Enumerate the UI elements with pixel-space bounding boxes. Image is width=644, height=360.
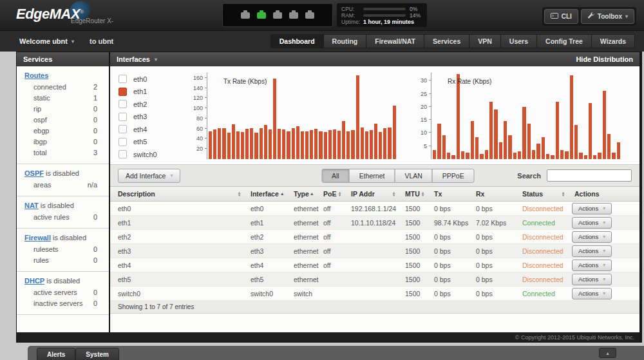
sort-icon: ▴▾ <box>393 191 395 197</box>
sidebar-stat-value: 0 <box>93 213 97 221</box>
search-input[interactable] <box>547 169 632 182</box>
cell-interface: eth1 <box>251 219 294 227</box>
legend-item-switch0: switch0 <box>118 150 186 158</box>
cpu-progress-bar <box>363 8 406 10</box>
chart-bar <box>556 102 559 159</box>
column-header-interface[interactable]: Interface▴ <box>251 190 294 198</box>
toolbox-button[interactable]: Toolbox ▾ <box>581 9 634 24</box>
sidebar-link-nat[interactable]: NAT <box>24 202 39 209</box>
chart-bar <box>480 154 483 159</box>
sidebar-stat-label: total <box>33 149 47 156</box>
sidebar-section-status: is disabled <box>44 277 80 285</box>
cell-actions: Actions▾ <box>574 260 639 271</box>
tab-services[interactable]: Services <box>424 34 469 48</box>
actions-button-eth3[interactable]: Actions▾ <box>572 245 612 257</box>
cell-ip-addr: 10.1.10.118/24 <box>351 219 405 227</box>
filter-vlan[interactable]: VLAN <box>394 169 432 183</box>
chart-title: Tx Rate (Kbps) <box>223 78 267 85</box>
tab-dashboard[interactable]: Dashboard <box>270 34 324 48</box>
status-badge: Disconnected <box>522 233 574 241</box>
interfaces-dropdown[interactable]: Interfaces ▾ <box>117 55 157 63</box>
column-header-status[interactable]: Status▴▾ <box>522 190 574 198</box>
column-header-description[interactable]: Description▴▾ <box>118 190 251 198</box>
status-badge: Connected <box>522 290 574 298</box>
cli-button[interactable]: CLI <box>544 9 578 24</box>
actions-button-eth0[interactable]: Actions▾ <box>572 203 612 214</box>
to-user-link[interactable]: to ubnt <box>90 37 113 45</box>
column-header-label: Actions <box>574 190 600 198</box>
actions-button-eth4[interactable]: Actions▾ <box>572 260 612 271</box>
chart-bar <box>310 130 313 159</box>
actions-button-eth5[interactable]: Actions▾ <box>572 274 612 285</box>
chart-bar <box>461 151 464 159</box>
sidebar-stat-value: 1 <box>93 94 97 102</box>
actions-button-eth1[interactable]: Actions▾ <box>572 217 612 229</box>
sidebar-link-dhcp[interactable]: DHCP <box>24 277 44 285</box>
column-header-ip-addr[interactable]: IP Addr▴▾ <box>351 190 405 198</box>
cell-actions: Actions▾ <box>574 203 639 214</box>
chevron-down-icon: ▾ <box>155 57 157 62</box>
tab-routing[interactable]: Routing <box>323 34 367 48</box>
sidebar-section-heading: Routes <box>24 71 109 79</box>
bottom-tab-system[interactable]: System <box>75 348 119 360</box>
sidebar-stat-label: rules <box>33 256 49 264</box>
sidebar-section-heading: DHCP is disabled <box>24 277 109 285</box>
table-row-switch0: switch0switch0switch15000 bps0 bpsConnec… <box>110 287 639 301</box>
interfaces-panel-header: Interfaces ▾ Hide Distribution <box>110 52 639 66</box>
legend-checkbox-eth5[interactable] <box>118 138 127 146</box>
chevron-down-icon: ▾ <box>170 173 173 178</box>
sidebar-link-firewall[interactable]: Firewall <box>24 234 51 242</box>
bottom-tab-alerts[interactable]: Alerts <box>37 348 75 360</box>
uptime-label: Uptime: <box>341 19 363 25</box>
sidebar-link-routes[interactable]: Routes <box>24 71 48 79</box>
chart-bar <box>560 150 564 159</box>
chart-bar <box>209 131 212 159</box>
filter-ethernet[interactable]: Ethernet <box>349 169 395 183</box>
cell-interface: eth5 <box>251 276 294 283</box>
sidebar-stat-row: static1 <box>24 92 109 103</box>
add-interface-button[interactable]: Add Interface ▾ <box>118 169 180 183</box>
welcome-user-dropdown[interactable]: Welcome ubnt ▾ <box>19 37 74 45</box>
legend-checkbox-eth2[interactable] <box>118 100 127 108</box>
sidebar-stat-value: 0 <box>93 105 97 113</box>
tab-users[interactable]: Users <box>500 34 537 48</box>
filter-pppoe[interactable]: PPPoE <box>432 169 475 183</box>
sidebar-stat-row: ospf0 <box>24 114 109 125</box>
filter-all[interactable]: All <box>321 169 350 183</box>
cell-poe: off <box>323 261 351 269</box>
tab-config-tree[interactable]: Config Tree <box>536 34 592 48</box>
sidebar-stat-row: ebgp0 <box>24 125 109 136</box>
collapse-panel-button[interactable]: ▴ <box>599 348 616 358</box>
cell-interface: eth2 <box>251 233 294 241</box>
chart-bar <box>374 124 377 159</box>
hide-distribution-link[interactable]: Hide Distribution <box>576 55 633 63</box>
tab-vpn[interactable]: VPN <box>469 34 501 48</box>
cell-rx: 0 bps <box>476 290 522 298</box>
legend-checkbox-eth3[interactable] <box>118 113 127 121</box>
legend-label: eth3 <box>133 113 147 120</box>
add-interface-label: Add Interface <box>126 172 166 180</box>
chart-bar <box>264 125 267 159</box>
sidebar-stat-row: rip0 <box>24 103 109 114</box>
sort-icon: ▴▾ <box>238 191 240 197</box>
tab-wizards[interactable]: Wizards <box>591 34 635 48</box>
sidebar-link-ospf[interactable]: OSPF <box>24 169 44 177</box>
legend-item-eth0: eth0 <box>118 75 186 83</box>
actions-button-switch0[interactable]: Actions▾ <box>572 288 612 299</box>
legend-checkbox-eth0[interactable] <box>118 75 127 83</box>
ethernet-port-icon <box>241 12 250 19</box>
column-header-poe[interactable]: PoE▴▾ <box>323 190 351 198</box>
content-area: Services Routesconnected2static1rip0ospf… <box>16 52 642 343</box>
actions-button-eth2[interactable]: Actions▾ <box>572 231 612 243</box>
sidebar-stat-value: 0 <box>93 127 97 135</box>
column-header-mtu[interactable]: MTU▴▾ <box>405 190 434 198</box>
column-header-type[interactable]: Type▴ <box>294 190 323 198</box>
legend-checkbox-eth4[interactable] <box>118 125 127 133</box>
chart-bar <box>227 133 231 159</box>
legend-checkbox-eth1[interactable] <box>118 88 127 96</box>
interfaces-panel-title: Interfaces <box>117 55 150 63</box>
sort-down-icon: ▾ <box>422 194 424 197</box>
chart-bar <box>370 130 373 159</box>
legend-checkbox-switch0[interactable] <box>118 150 127 158</box>
tab-firewall-nat[interactable]: Firewall/NAT <box>366 34 424 48</box>
